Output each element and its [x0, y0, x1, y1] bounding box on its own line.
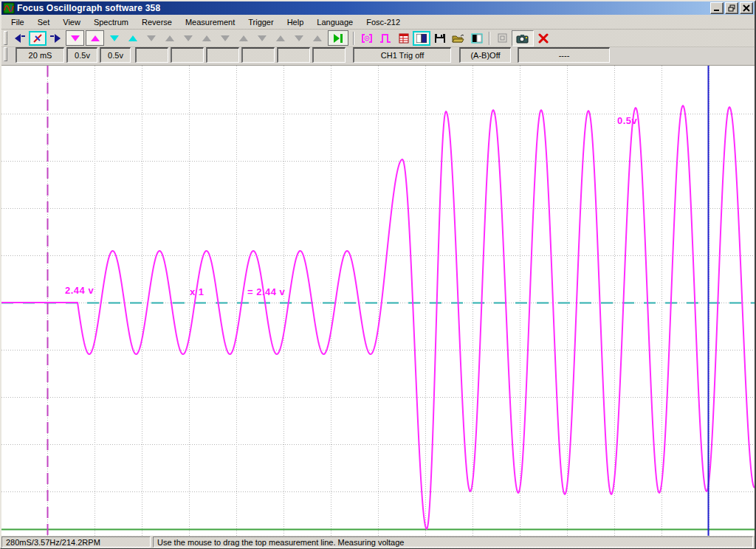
toolbar-panel-misc-status[interactable]: ----: [518, 47, 610, 63]
open-file-button[interactable]: [449, 31, 467, 46]
toolbar-panel-empty[interactable]: [241, 47, 275, 63]
measurement-multiplier-label: x 1: [190, 286, 205, 297]
toolbar-separator: [489, 32, 490, 45]
ch3-shift-up-button[interactable]: [160, 31, 179, 46]
chx-up-icon: [202, 34, 212, 43]
readout-toolbar: 20 mS 0.5v 0.5v CH1 Trig off (A-B)Off --…: [1, 46, 755, 66]
toolbar-panel-empty[interactable]: [206, 47, 239, 63]
menu-measurement[interactable]: Measurement: [179, 16, 241, 28]
toolbar-grip[interactable]: [4, 47, 7, 61]
toolbar-panel-empty[interactable]: [171, 47, 204, 63]
menu-set[interactable]: Set: [31, 16, 57, 28]
status-readout: 280mS/3.57Hz/214.2RPM: [1, 536, 151, 548]
close-button[interactable]: [740, 2, 753, 14]
toolbar-panel-ch1-volts[interactable]: 0.5v: [66, 47, 97, 63]
scope-canvas[interactable]: [1, 66, 755, 536]
menu-view[interactable]: View: [56, 16, 87, 28]
menu-language[interactable]: Language: [310, 16, 360, 28]
minimize-button[interactable]: [710, 2, 724, 14]
ch1-up-icon: [90, 34, 100, 43]
ch6-shift-down-button[interactable]: [252, 31, 271, 46]
toolbar-separator: [353, 32, 354, 45]
menu-bar: File Set View Spectrum Reverse Measureme…: [1, 15, 755, 30]
ch1-shift-down-button[interactable]: [66, 30, 84, 46]
data-table-icon: [398, 33, 410, 44]
chx-down-icon: [220, 34, 230, 43]
step-left-icon: [13, 32, 27, 44]
ch6-shift-up-button[interactable]: [271, 31, 289, 46]
ch7-shift-up-button[interactable]: [308, 31, 326, 46]
ch2-down-icon: [109, 34, 120, 43]
ch7-shift-down-button[interactable]: [289, 31, 308, 46]
status-hint: Use the mouse to drag the top measuremen…: [153, 536, 753, 548]
toolbar-panel-empty[interactable]: [312, 47, 346, 63]
open-folder-icon: [452, 33, 465, 44]
menu-trigger[interactable]: Trigger: [241, 16, 280, 28]
record-button[interactable]: [357, 31, 376, 46]
menu-help[interactable]: Help: [281, 16, 311, 28]
chx-up-icon: [275, 34, 286, 43]
menu-fosc-212[interactable]: Fosc-212: [360, 16, 407, 28]
ch4-shift-down-button[interactable]: [179, 31, 197, 46]
ch1-shift-up-button[interactable]: [86, 30, 104, 46]
chx-down-icon: [183, 34, 193, 43]
measurement-value-label: 2.44 v: [65, 285, 94, 296]
menu-reverse[interactable]: Reverse: [135, 16, 179, 28]
save-icon: [434, 33, 446, 44]
menu-file[interactable]: File: [4, 16, 31, 28]
ch2-shift-up-button[interactable]: [123, 31, 142, 46]
chx-down-icon: [294, 34, 304, 43]
ch4-shift-up-button[interactable]: [197, 31, 216, 46]
exit-icon: [537, 33, 549, 44]
toolbar-panel-timebase[interactable]: 20 mS: [16, 47, 64, 63]
cursor-tool-icon: [32, 34, 43, 43]
toolbar-panel-trigger-status[interactable]: CH1 Trig off: [353, 47, 451, 63]
ch2-up-icon: [128, 34, 138, 43]
pulse-icon: [379, 33, 391, 44]
close-icon: [743, 4, 750, 12]
run-pause-button[interactable]: [328, 30, 348, 46]
app-window: Focus Oscillograph software 358 File Set…: [0, 0, 756, 549]
restore-button[interactable]: [725, 2, 738, 14]
window-title: Focus Oscillograph software 358: [17, 3, 160, 13]
menu-spectrum[interactable]: Spectrum: [87, 16, 135, 28]
copy-button-disabled[interactable]: [493, 31, 512, 46]
split-view-icon: [416, 34, 427, 43]
toolbar-panel-empty[interactable]: [277, 47, 310, 63]
ch1-down-icon: [70, 34, 80, 43]
restore-icon: [728, 4, 735, 12]
main-toolbar: [1, 30, 755, 47]
channel-scale-label: 0.5v: [617, 115, 637, 126]
exit-button[interactable]: [534, 31, 552, 46]
minimize-icon: [713, 4, 721, 12]
toolbar-panel-empty[interactable]: [135, 47, 168, 63]
ch2-shift-down-button[interactable]: [105, 31, 123, 46]
title-bar: Focus Oscillograph software 358: [1, 1, 755, 15]
record-icon: [361, 33, 373, 44]
toolbar-panel-ch2-volts[interactable]: 0.5v: [100, 47, 131, 63]
ch5-shift-up-button[interactable]: [234, 31, 252, 46]
copy-icon: [497, 33, 509, 44]
snapshot-button[interactable]: [512, 30, 534, 46]
step-right-icon: [49, 32, 63, 44]
status-bar: 280mS/3.57Hz/214.2RPM Use the mouse to d…: [1, 536, 755, 548]
save-button[interactable]: [430, 31, 449, 46]
step-right-button[interactable]: [47, 31, 65, 46]
data-table-button[interactable]: [394, 31, 413, 46]
split-view-button[interactable]: [413, 31, 430, 46]
step-left-button[interactable]: [10, 31, 29, 46]
contrast-button[interactable]: [467, 31, 486, 46]
chx-up-icon: [238, 34, 249, 43]
toolbar-grip[interactable]: [4, 31, 7, 45]
ch3-shift-down-button[interactable]: [142, 31, 160, 46]
run-pause-icon: [332, 33, 344, 44]
ch5-shift-down-button[interactable]: [216, 31, 234, 46]
app-icon: [3, 2, 15, 14]
scope-plot-area[interactable]: 2.44 v x 1 = 2.44 v 0.5v: [1, 65, 755, 536]
cursor-tool-button[interactable]: [29, 31, 47, 46]
single-pulse-button[interactable]: [376, 31, 394, 46]
window-controls: [709, 2, 753, 14]
chx-up-icon: [165, 34, 175, 43]
chx-up-icon: [312, 34, 323, 43]
toolbar-panel-ab-status[interactable]: (A-B)Off: [459, 47, 511, 63]
